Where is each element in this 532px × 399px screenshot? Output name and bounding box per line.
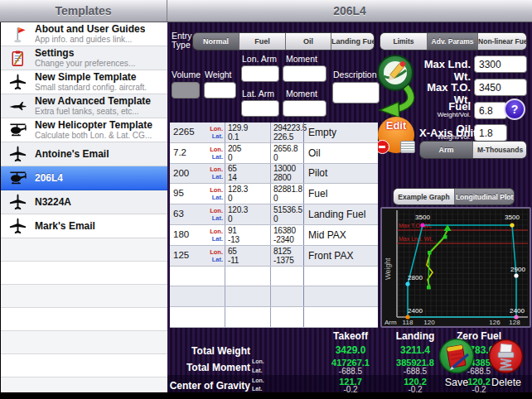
entry-type-tabs: Normal Fuel Oil Landing Fuel xyxy=(192,32,375,50)
jet-icon xyxy=(7,97,29,116)
svg-text:2900: 2900 xyxy=(510,266,525,273)
table-row-blank xyxy=(170,267,378,287)
fuel-unit-label: Weight/Vol. xyxy=(408,111,471,118)
table-row-blank xyxy=(170,286,378,307)
lat-arm-input[interactable] xyxy=(241,100,279,117)
lon-arm-input[interactable] xyxy=(241,65,279,82)
svg-text:128: 128 xyxy=(509,319,520,326)
empty-row xyxy=(1,331,167,354)
save-button-label: Save xyxy=(438,377,475,388)
table-row-oil[interactable]: 7.2 Lon.Lat. 2050 2656.80 Oil xyxy=(170,143,378,164)
svg-text:2800: 2800 xyxy=(408,274,423,281)
fuel-weight-vol-input[interactable] xyxy=(474,102,507,119)
y-axis-label: Weight xyxy=(384,257,392,280)
tab-non-linear-fuel[interactable]: Non-linear Fuel xyxy=(477,33,527,50)
svg-text:118: 118 xyxy=(403,319,414,326)
longitudinal-plot-svg: Max T.O. Wt. Max Lnd. Wt. 2400 xyxy=(382,209,530,326)
delete-button[interactable] xyxy=(488,339,524,374)
sidebar-item-new-advanced-template[interactable]: New Advanced Template Extra fuel tanks, … xyxy=(1,94,167,118)
max-to-wt-input[interactable] xyxy=(474,79,527,96)
helicopter-icon xyxy=(7,169,29,188)
svg-text:3500: 3500 xyxy=(505,214,520,221)
table-row-mid-pax[interactable]: 180 Lon.Lat. 91-13 16380-2340 Mid PAX xyxy=(170,225,378,246)
helicopter-icon xyxy=(7,121,29,140)
longitudinal-plot[interactable]: Max T.O. Wt. Max Lnd. Wt. 2400 xyxy=(380,207,531,328)
table-row-pilot[interactable]: 200 Lon.Lat. 6514 130002800 Pilot xyxy=(170,164,378,185)
tab-limits[interactable]: Limits xyxy=(380,33,427,50)
app-screen: Templates 206L4 About and User Guides Ap… xyxy=(0,0,532,399)
svg-text:2400: 2400 xyxy=(408,307,423,315)
sidebar-item-206l4-selected[interactable]: 206L4 xyxy=(1,166,167,190)
edit-button[interactable]: Edit xyxy=(378,117,414,153)
empty-row xyxy=(1,262,167,285)
weight-label: Weight xyxy=(205,70,232,79)
tab-adv-params[interactable]: Adv. Params xyxy=(427,33,477,50)
empty-row xyxy=(1,354,167,377)
airplane-icon xyxy=(7,217,29,236)
templates-sidebar: About and User Guides App info. and guid… xyxy=(1,22,167,392)
max-lnd-wt-input[interactable] xyxy=(474,55,527,73)
tab-example-graph[interactable]: Example Graph xyxy=(394,189,454,204)
weight-entries-table: 2265 Lon.Lat. 129.90.1 294223.5226.5 Emp… xyxy=(170,123,378,328)
tab-longitudinal-plot[interactable]: Longitudinal Plot! xyxy=(454,189,515,204)
table-row-front-pax[interactable]: 125 Lon.Lat. 65-11 8125-1375 Front PAX xyxy=(170,246,378,267)
total-weight-label: Total Weight xyxy=(167,345,250,357)
empty-row xyxy=(1,308,167,331)
max-lnd-wt-label: Max Lnd. Wt. xyxy=(408,58,471,83)
lon-arm-label: Lon. Arm xyxy=(242,54,277,64)
top-bar: Templates 206L4 xyxy=(0,0,532,22)
volume-input xyxy=(172,82,200,99)
tab-oil[interactable]: Oil xyxy=(285,33,331,50)
sidebar-item-about[interactable]: About and User Guides App info. and guid… xyxy=(1,22,167,46)
lat-arm-label: Lat. Arm xyxy=(242,89,274,99)
lat-moment-input[interactable] xyxy=(283,100,326,117)
sidebar-item-new-simple-template[interactable]: New Simple Template Small standard confi… xyxy=(1,70,167,94)
sidebar-item-label: About and User Guides xyxy=(35,24,145,35)
flag-icon xyxy=(7,25,29,44)
table-row-landing-fuel[interactable]: 63 Lon.Lat. 120.30 51536.50 Landing Fuel xyxy=(170,204,378,225)
takeoff-column-header: Takeoff xyxy=(317,330,384,342)
tab-landing-fuel[interactable]: Landing Fuel xyxy=(331,33,375,50)
save-button[interactable] xyxy=(438,338,475,374)
x-axis-unit-label: X-Axis Unit xyxy=(419,127,476,139)
svg-text:120: 120 xyxy=(423,319,435,326)
sidebar-item-new-helicopter-template[interactable]: New Helicopter Template Calculate both L… xyxy=(1,118,167,142)
sidebar-item-sub: App info. and guides link... xyxy=(35,35,145,44)
airplane-icon xyxy=(7,145,29,164)
x-axis-mthousands-option[interactable]: M-Thousands xyxy=(472,142,527,158)
table-row-empty[interactable]: 2265 Lon.Lat. 129.90.1 294223.5226.5 Emp… xyxy=(170,123,378,143)
page-title: 206L4 xyxy=(167,0,532,22)
delete-button-label: Delete xyxy=(483,377,530,388)
description-label: Description xyxy=(333,70,377,79)
svg-text:2400: 2400 xyxy=(510,307,525,315)
oil-weight-vol-input[interactable] xyxy=(474,124,507,142)
moment-label: Moment xyxy=(286,89,317,99)
sidebar-title: Templates xyxy=(0,0,167,22)
max-lnd-line-label: Max Lnd. Wt. xyxy=(399,236,433,242)
weight-input[interactable] xyxy=(204,82,236,99)
list-icon xyxy=(400,141,415,153)
table-row-blank xyxy=(170,307,378,328)
lon-moment-input[interactable] xyxy=(283,65,326,82)
edit-button-label: Edit xyxy=(378,119,414,132)
help-button[interactable]: ? xyxy=(504,99,525,120)
table-row-fuel[interactable]: 95 Lon.Lat. 128.30 82881.80 Fuel xyxy=(170,184,378,204)
adv-tabs: Limits Adv. Params Non-linear Fuel xyxy=(380,32,527,50)
sidebar-item-antoines-email[interactable]: Antoine's Email xyxy=(1,142,167,166)
sidebar-item-settings[interactable]: Settings Change your preferences... xyxy=(1,46,167,70)
moment-label: Moment xyxy=(286,54,317,64)
tab-normal[interactable]: Normal xyxy=(193,33,239,50)
x-axis-unit-segment: Arm M-Thousands xyxy=(419,141,527,159)
sidebar-item-marks-email[interactable]: Mark's Email xyxy=(1,214,167,238)
graph-view-tabs: Example Graph Longitudinal Plot! xyxy=(393,188,515,205)
airplane-icon xyxy=(7,73,29,92)
volume-label: Volume xyxy=(172,70,201,79)
x-axis-arm-option[interactable]: Arm xyxy=(420,142,472,158)
tab-fuel[interactable]: Fuel xyxy=(239,33,285,50)
sidebar-item-n3224a[interactable]: N3224A xyxy=(1,190,167,214)
svg-text:3500: 3500 xyxy=(415,214,430,221)
center-of-gravity-label: Center of Gravity xyxy=(167,380,250,392)
x-axis-label: Arm xyxy=(384,319,397,326)
empty-row xyxy=(1,238,167,262)
airplane-icon xyxy=(7,193,29,212)
